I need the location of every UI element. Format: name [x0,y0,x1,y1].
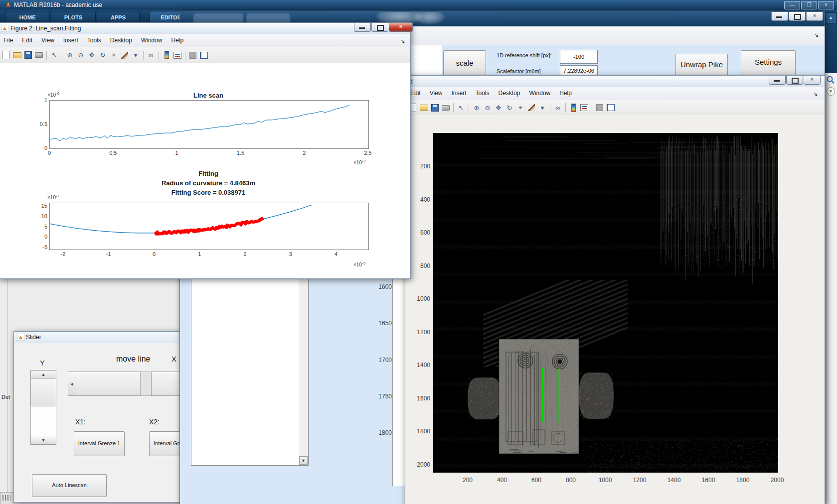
menu-item[interactable]: Window [141,37,163,44]
y-slider-down-arrow[interactable]: ▼ [30,436,56,445]
close-button[interactable]: × [804,76,821,85]
search-icon[interactable] [826,75,836,87]
menu-item[interactable]: View [430,90,443,97]
unwrap-pike-button[interactable]: Unwrap Pike [675,54,728,77]
brush-icon[interactable] [526,103,536,113]
rightfig-canvas: 2004006008001000120014001600180020002004… [405,115,825,504]
image-ytick: 800 [420,262,430,269]
menu-item[interactable]: Tools [87,37,101,44]
linescan-axes[interactable] [49,100,369,149]
close-button[interactable]: × [806,12,823,21]
rotate-3d-icon[interactable]: ↻ [504,103,514,113]
settings-button[interactable]: Settings [741,50,796,75]
fitting-y-exponent: ×10-7 [47,194,59,200]
minimize-button[interactable]: — [784,1,800,9]
legend-icon[interactable] [579,103,589,113]
minimize-button[interactable] [771,12,788,21]
pan-hand-icon[interactable]: ✥ [494,103,503,113]
menu-overflow-icon[interactable]: ↘ [813,91,818,97]
menu-item[interactable]: Edit [22,37,32,44]
open-file-icon[interactable] [419,103,429,113]
toolbar-separator [185,51,185,60]
restore-button[interactable] [371,23,388,32]
menu-item[interactable]: View [41,37,54,44]
dropdown-icon[interactable]: ▾ [537,103,547,113]
menu-item[interactable]: Tools [476,90,490,97]
menu-item[interactable]: Edit [410,90,421,97]
save-icon[interactable] [430,103,440,113]
close-button[interactable]: × [818,1,834,9]
image-ytick: 400 [420,196,430,203]
rotate-3d-icon[interactable]: ↻ [98,50,108,60]
menu-item[interactable]: Help [559,90,572,97]
zoom-out-icon[interactable]: ⊖ [483,103,493,113]
image-xtick: 800 [566,477,576,484]
x-slider-trough[interactable] [140,372,152,396]
cursor-icon[interactable]: ↖ [456,103,466,113]
property-editor-icon[interactable] [606,103,616,113]
zoom-in-icon[interactable]: ⊕ [65,50,75,60]
colorbar-icon[interactable] [162,50,171,60]
scale-button[interactable]: scale [443,50,486,77]
chevron-down-circle-icon[interactable]: ▼ [827,87,835,96]
image-ytick: 2000 [417,461,430,468]
toolbar-separator [469,103,469,112]
rightfig-window-controls: × [768,76,821,85]
brush-icon[interactable] [120,50,130,60]
legend-icon[interactable] [172,50,182,60]
restore-button[interactable] [789,12,806,21]
menu-item[interactable]: Window [529,90,551,97]
fig2-titlebar[interactable]: Figure 2: Line_scan,Fitting × [0,23,410,35]
menu-overflow-icon[interactable]: ↘ [400,38,405,44]
gui-axis-tick: 1600 [378,283,392,290]
link-plot-icon[interactable]: ∞ [553,103,563,113]
print-icon[interactable] [34,50,44,60]
dock-icon[interactable] [595,103,605,113]
auto-linescan-button[interactable]: Auto Linescan [32,474,107,497]
minimize-button[interactable] [769,76,786,85]
toolbar-separator [592,103,592,112]
data-cursor-icon[interactable]: ⌖ [515,103,525,113]
data-cursor-icon[interactable]: ⌖ [109,50,119,60]
move-line-label: move line [116,355,150,364]
zoom-out-icon[interactable]: ⊖ [76,50,86,60]
menu-item[interactable]: Insert [63,37,78,44]
fitting-axes[interactable] [49,203,369,250]
image-ytick: 1400 [417,362,430,369]
image-xtick: 1000 [599,477,612,484]
minimize-button[interactable] [354,23,371,32]
zoom-in-icon[interactable]: ⊕ [472,103,482,113]
image-xtick: 2000 [771,477,784,484]
pan-hand-icon[interactable]: ✥ [87,50,97,60]
gui-listbox[interactable]: ▼ [191,262,309,466]
cursor-icon[interactable]: ↖ [49,50,59,60]
menu-item[interactable]: Desktop [499,90,520,97]
listbox-scroll-down-arrow[interactable]: ▼ [299,456,308,465]
save-icon[interactable] [23,50,33,60]
fig2-toolbar: ↖⊕⊖✥↻⌖▾∞ [0,47,410,63]
x-slider-segment[interactable] [75,372,141,396]
ref-shift-input[interactable]: -100 [560,50,598,64]
dock-icon[interactable] [188,50,198,60]
rightfig-titlebar[interactable]: d × [405,76,825,88]
y-slider-thumb[interactable] [30,378,56,406]
new-file-icon[interactable] [1,50,11,60]
dropdown-icon[interactable]: ▾ [131,50,141,60]
link-plot-icon[interactable]: ∞ [146,50,156,60]
menu-item[interactable]: Insert [451,90,466,97]
menu-overflow-icon[interactable]: ↘ [814,32,819,38]
menu-item[interactable]: File [3,37,13,44]
menu-item[interactable]: Desktop [110,37,132,44]
close-button[interactable]: × [389,23,413,32]
listbox-scrollbar[interactable] [300,262,308,465]
restore-button[interactable] [786,76,803,85]
unwrapped-image[interactable] [433,133,778,473]
menu-item[interactable]: Help [171,37,184,44]
colorbar-icon[interactable] [568,103,578,113]
print-icon[interactable] [441,103,451,113]
open-file-icon[interactable] [12,50,22,60]
toolstrip-pin-icon[interactable]: ▴ [825,12,837,23]
property-editor-icon[interactable] [199,50,209,60]
restore-button[interactable]: ❐ [801,1,817,9]
interval-grenze-1-button[interactable]: Interval Grenze 1 [74,431,125,456]
